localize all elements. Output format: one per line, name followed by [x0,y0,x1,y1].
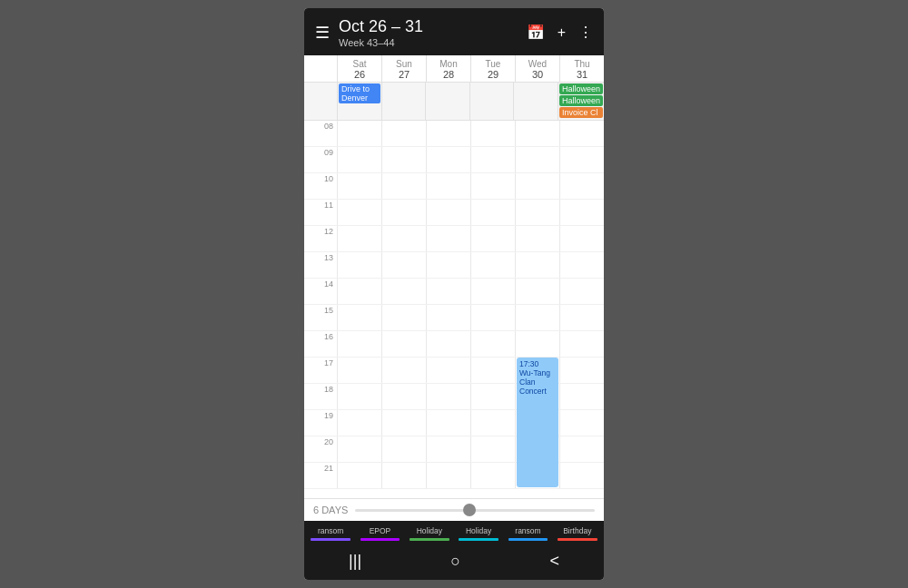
day-cell-17-col1[interactable] [381,358,426,383]
day-cell-20-col1[interactable] [381,436,426,462]
legend-item-4[interactable]: ransom [503,526,552,541]
day-cell-08-col4[interactable] [515,121,559,146]
day-cell-13-col2[interactable] [426,252,470,278]
allday-event-drive-to-denver[interactable]: Drive toDenver [339,83,380,103]
day-cell-20-col0[interactable] [337,436,381,462]
day-cell-13-col5[interactable] [559,252,604,278]
day-cell-14-col5[interactable] [559,279,604,304]
recent-apps-icon[interactable]: ||| [349,552,361,571]
back-icon[interactable]: < [549,552,559,571]
day-cell-11-col2[interactable] [426,200,470,225]
day-cell-21-col1[interactable] [381,463,426,488]
day-cell-09-col1[interactable] [381,147,426,172]
day-cell-12-col4[interactable] [515,226,559,251]
day-cell-20-col3[interactable] [470,436,515,462]
day-cell-12-col5[interactable] [559,226,604,251]
calendar-icon[interactable]: 📅 [527,24,545,41]
day-cell-09-col4[interactable] [515,147,559,172]
legend-item-2[interactable]: Holiday [405,526,454,541]
menu-icon[interactable]: ☰ [315,23,330,43]
day-cell-21-col5[interactable] [559,463,604,488]
day-cell-19-col1[interactable] [381,410,426,436]
day-cell-16-col4[interactable] [515,331,559,357]
allday-event-invoice[interactable]: Invoice Cl [559,107,603,118]
day-cell-17-col5[interactable] [559,358,604,383]
day-cell-10-col3[interactable] [470,173,515,199]
days-slider-thumb[interactable] [463,504,476,516]
day-cell-17-col2[interactable] [426,358,470,383]
day-cell-16-col2[interactable] [426,331,470,357]
day-cell-13-col1[interactable] [381,252,426,278]
day-cell-21-col2[interactable] [426,463,470,488]
day-cell-15-col2[interactable] [426,305,470,330]
day-cell-12-col1[interactable] [381,226,426,251]
day-cell-12-col0[interactable] [337,226,381,251]
day-cell-17-col3[interactable] [470,358,515,383]
day-cell-17-col0[interactable] [337,358,381,383]
day-cell-18-col1[interactable] [381,384,426,409]
day-cell-12-col3[interactable] [470,226,515,251]
day-cell-11-col5[interactable] [559,200,604,225]
day-cell-10-col2[interactable] [426,173,470,199]
day-cell-14-col2[interactable] [426,279,470,304]
day-cell-14-col4[interactable] [515,279,559,304]
day-cell-17-col4[interactable]: 17:30 Wu-Tang Clan Concert [515,358,559,383]
day-cell-15-col3[interactable] [470,305,515,330]
day-cell-18-col2[interactable] [426,384,470,409]
day-cell-20-col2[interactable] [426,436,470,462]
day-cell-19-col2[interactable] [426,410,470,436]
legend-item-3[interactable]: Holiday [454,526,503,541]
day-cell-10-col1[interactable] [381,173,426,199]
day-cell-13-col4[interactable] [515,252,559,278]
day-cell-19-col5[interactable] [559,410,604,436]
day-cell-16-col0[interactable] [337,331,381,357]
day-cell-08-col5[interactable] [559,121,604,146]
day-cell-11-col0[interactable] [337,200,381,225]
day-cell-15-col1[interactable] [381,305,426,330]
day-cell-12-col2[interactable] [426,226,470,251]
day-cell-18-col3[interactable] [470,384,515,409]
day-cell-16-col1[interactable] [381,331,426,357]
day-cell-16-col3[interactable] [470,331,515,357]
wu-tang-event[interactable]: 17:30 Wu-Tang Clan Concert [517,358,558,487]
allday-event-halloween-2[interactable]: Halloween [559,95,603,106]
day-cell-13-col0[interactable] [337,252,381,278]
day-cell-09-col0[interactable] [337,147,381,172]
day-cell-21-col0[interactable] [337,463,381,488]
day-cell-14-col0[interactable] [337,279,381,304]
day-cell-14-col3[interactable] [470,279,515,304]
day-cell-11-col3[interactable] [470,200,515,225]
day-cell-21-col3[interactable] [470,463,515,488]
day-cell-08-col2[interactable] [426,121,470,146]
allday-event-halloween-1[interactable]: Halloween [559,83,603,94]
day-cell-08-col3[interactable] [470,121,515,146]
day-cell-19-col0[interactable] [337,410,381,436]
day-cell-18-col5[interactable] [559,384,604,409]
day-cell-11-col4[interactable] [515,200,559,225]
day-cell-09-col5[interactable] [559,147,604,172]
home-icon[interactable]: ○ [450,552,460,571]
days-slider-track[interactable] [355,509,595,512]
day-cell-15-col5[interactable] [559,305,604,330]
add-icon[interactable]: + [558,24,566,41]
day-cell-13-col3[interactable] [470,252,515,278]
day-cell-11-col1[interactable] [381,200,426,225]
day-cell-10-col0[interactable] [337,173,381,199]
day-cell-08-col1[interactable] [381,121,426,146]
day-cell-14-col1[interactable] [381,279,426,304]
legend-item-5[interactable]: Birthday [553,526,602,541]
more-options-icon[interactable]: ⋮ [578,24,593,41]
day-cell-10-col4[interactable] [515,173,559,199]
legend-item-0[interactable]: ransom [306,526,355,541]
day-cell-19-col3[interactable] [470,410,515,436]
legend-item-1[interactable]: EPOP [355,526,404,541]
day-cell-15-col0[interactable] [337,305,381,330]
day-cell-18-col0[interactable] [337,384,381,409]
day-cell-09-col2[interactable] [426,147,470,172]
day-cell-09-col3[interactable] [470,147,515,172]
day-cell-10-col5[interactable] [559,173,604,199]
day-cell-20-col5[interactable] [559,436,604,462]
day-cell-08-col0[interactable] [337,121,381,146]
day-cell-15-col4[interactable] [515,305,559,330]
day-cell-16-col5[interactable] [559,331,604,357]
